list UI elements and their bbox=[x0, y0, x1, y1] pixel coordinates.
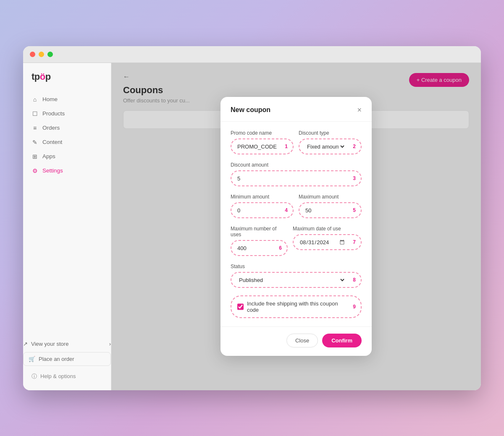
discount-amount-input[interactable] bbox=[237, 175, 346, 182]
discount-type-input-wrap: Fixed amount Percentage 2 bbox=[299, 138, 362, 154]
help-options-button[interactable]: ⓘ Help & options bbox=[23, 366, 111, 382]
discount-type-select[interactable]: Fixed amount Percentage bbox=[305, 143, 346, 150]
edit-icon: ✎ bbox=[32, 139, 38, 146]
sidebar-item-content[interactable]: ✎ Content bbox=[23, 135, 111, 149]
field-number-4: 4 bbox=[285, 207, 288, 213]
place-order-label: Place an order bbox=[39, 356, 74, 362]
max-uses-input[interactable] bbox=[237, 245, 272, 251]
logo: tpöp bbox=[23, 71, 111, 92]
form-row-6: Include free shipping with this coupon c… bbox=[231, 295, 362, 318]
promo-code-input-wrap: 1 bbox=[231, 138, 294, 154]
max-amount-label: Maximum amount bbox=[299, 194, 362, 200]
cart-icon: 🛒 bbox=[29, 356, 35, 362]
browser-content: tpöp ⌂ Home ☐ Products ≡ Orders ✎ Conten… bbox=[23, 63, 481, 390]
traffic-light-red[interactable] bbox=[30, 52, 35, 57]
free-shipping-checkbox-row: Include free shipping with this coupon c… bbox=[231, 295, 362, 318]
free-shipping-label: Include free shipping with this coupon c… bbox=[247, 300, 344, 313]
view-store-label: View your store bbox=[31, 341, 68, 347]
chevron-down-icon: › bbox=[109, 341, 111, 347]
max-date-field: Maximum date of use 7 bbox=[293, 226, 362, 256]
traffic-light-yellow[interactable] bbox=[39, 52, 44, 57]
status-field: Status Published Draft 8 bbox=[231, 264, 362, 288]
grid-icon: ⊞ bbox=[32, 153, 38, 160]
home-icon: ⌂ bbox=[32, 96, 38, 103]
list-icon: ≡ bbox=[32, 125, 38, 131]
nav-items: ⌂ Home ☐ Products ≡ Orders ✎ Content ⊞ bbox=[23, 92, 111, 337]
discount-type-field: Discount type Fixed amount Percentage 2 bbox=[299, 130, 362, 154]
sidebar-item-label: Content bbox=[42, 139, 62, 145]
modal-close-button[interactable]: × bbox=[357, 106, 362, 114]
max-amount-field: Maximum amount 5 bbox=[299, 194, 362, 218]
min-amount-input[interactable] bbox=[237, 207, 278, 214]
sidebar-item-label: Orders bbox=[42, 125, 60, 131]
close-button[interactable]: Close bbox=[286, 334, 318, 347]
new-coupon-modal: New coupon × Promo code name 1 bbox=[220, 97, 372, 356]
browser-titlebar bbox=[23, 46, 481, 63]
place-order-button[interactable]: 🛒 Place an order bbox=[23, 352, 111, 366]
field-number-6: 6 bbox=[279, 245, 282, 251]
external-link-icon: ↗ bbox=[23, 341, 28, 347]
max-date-label: Maximum date of use bbox=[293, 226, 362, 232]
sidebar-item-home[interactable]: ⌂ Home bbox=[23, 92, 111, 107]
free-shipping-checkbox[interactable] bbox=[237, 303, 244, 310]
discount-amount-input-wrap: 3 bbox=[231, 170, 362, 186]
modal-body: Promo code name 1 Discount type bbox=[220, 122, 372, 326]
modal-overlay: New coupon × Promo code name 1 bbox=[111, 63, 481, 390]
gear-icon: ⚙ bbox=[32, 167, 38, 174]
form-row-1: Promo code name 1 Discount type bbox=[231, 130, 362, 154]
min-amount-field: Minimum amount 4 bbox=[231, 194, 294, 218]
modal-title: New coupon bbox=[231, 106, 270, 114]
max-date-input[interactable] bbox=[299, 239, 346, 246]
discount-amount-label: Discount amount bbox=[231, 162, 362, 168]
field-number-8: 8 bbox=[353, 277, 356, 283]
max-date-input-wrap: 7 bbox=[293, 234, 362, 250]
sidebar-item-orders[interactable]: ≡ Orders bbox=[23, 121, 111, 135]
status-select[interactable]: Published Draft bbox=[237, 277, 346, 284]
field-number-2: 2 bbox=[353, 144, 356, 149]
modal-footer: Close Confirm bbox=[220, 326, 372, 356]
max-uses-label: Maximum number of uses bbox=[231, 226, 288, 238]
form-row-2: Discount amount 3 bbox=[231, 162, 362, 186]
field-number-5: 5 bbox=[353, 207, 356, 213]
sidebar-item-label: Apps bbox=[42, 153, 55, 159]
field-number-1: 1 bbox=[285, 144, 288, 149]
discount-amount-field: Discount amount 3 bbox=[231, 162, 362, 186]
help-label: Help & options bbox=[40, 373, 76, 379]
max-amount-input-wrap: 5 bbox=[299, 202, 362, 218]
status-label: Status bbox=[231, 264, 362, 269]
logo-accent: ö bbox=[40, 71, 45, 82]
browser-window: tpöp ⌂ Home ☐ Products ≡ Orders ✎ Conten… bbox=[23, 46, 481, 390]
field-number-9: 9 bbox=[353, 304, 356, 310]
max-uses-field: Maximum number of uses 6 bbox=[231, 226, 288, 256]
confirm-button[interactable]: Confirm bbox=[322, 334, 362, 347]
sidebar-item-label: Settings bbox=[42, 167, 63, 174]
sidebar-item-settings[interactable]: ⚙ Settings bbox=[23, 164, 111, 178]
sidebar-item-label: Products bbox=[42, 110, 65, 117]
field-number-7: 7 bbox=[353, 239, 356, 245]
main-content: ← Coupons Offer discounts to your cu... … bbox=[111, 63, 481, 390]
form-row-5: Status Published Draft 8 bbox=[231, 264, 362, 288]
form-row-4: Maximum number of uses 6 Maximum date of… bbox=[231, 226, 362, 256]
discount-type-label: Discount type bbox=[299, 130, 362, 136]
min-amount-input-wrap: 4 bbox=[231, 202, 294, 218]
sidebar-item-products[interactable]: ☐ Products bbox=[23, 107, 111, 121]
promo-code-field: Promo code name 1 bbox=[231, 130, 294, 154]
min-amount-label: Minimum amount bbox=[231, 194, 294, 200]
max-uses-input-wrap: 6 bbox=[231, 240, 288, 256]
modal-header: New coupon × bbox=[220, 97, 372, 122]
field-number-3: 3 bbox=[353, 175, 356, 181]
box-icon: ☐ bbox=[32, 110, 38, 117]
sidebar-item-label: Home bbox=[42, 96, 58, 102]
help-icon: ⓘ bbox=[32, 373, 37, 380]
max-amount-input[interactable] bbox=[305, 207, 346, 214]
sidebar: tpöp ⌂ Home ☐ Products ≡ Orders ✎ Conten… bbox=[23, 63, 111, 390]
promo-code-input[interactable] bbox=[237, 144, 278, 150]
traffic-light-green[interactable] bbox=[47, 52, 53, 57]
view-store-button[interactable]: ↗ View your store › bbox=[23, 337, 111, 350]
sidebar-item-apps[interactable]: ⊞ Apps bbox=[23, 149, 111, 164]
sidebar-bottom-section: ↗ View your store › 🛒 Place an order ⓘ H… bbox=[23, 337, 111, 382]
status-input-wrap: Published Draft 8 bbox=[231, 272, 362, 288]
form-row-3: Minimum amount 4 Maximum amount bbox=[231, 194, 362, 218]
promo-code-label: Promo code name bbox=[231, 130, 294, 136]
